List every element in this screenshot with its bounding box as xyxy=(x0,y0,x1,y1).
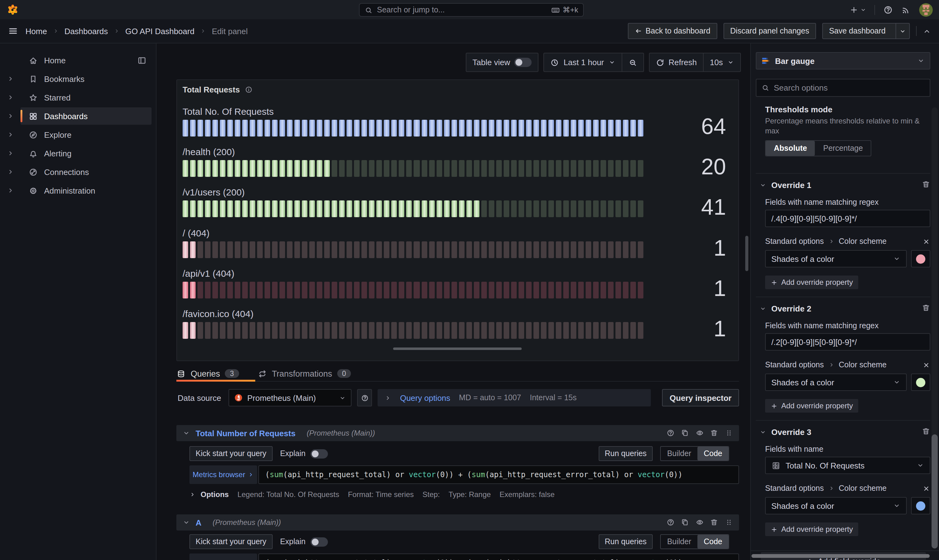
kick-start-query-button[interactable]: Kick start your query xyxy=(190,534,273,549)
expand-bookmarks-icon[interactable] xyxy=(6,75,14,83)
options-horizontal-scrollbar[interactable] xyxy=(751,554,930,558)
toggle-query-icon[interactable] xyxy=(695,518,704,527)
duplicate-query-icon[interactable] xyxy=(681,429,689,437)
search-options-input[interactable]: Search options xyxy=(756,79,930,97)
drag-handle-icon[interactable] xyxy=(725,429,733,437)
delete-query-icon[interactable] xyxy=(710,429,718,437)
sidebar-item-alerting[interactable]: Alerting xyxy=(20,145,151,162)
info-icon[interactable] xyxy=(245,86,253,94)
promql-expression-input[interactable]: (sum(api_http_request_total) or vector(0… xyxy=(258,554,739,560)
panel-horizontal-scrollbar[interactable] xyxy=(393,348,522,350)
add-override-property-button[interactable]: Add override property xyxy=(765,399,859,413)
options-toggle[interactable]: Options xyxy=(190,490,229,498)
query-name[interactable]: Total Number of Requests xyxy=(196,428,296,438)
query-row-header[interactable]: A (Prometheus (Main)) xyxy=(176,514,739,531)
builder-option[interactable]: Builder xyxy=(661,447,697,460)
sidebar-expander[interactable] xyxy=(0,149,20,157)
refresh-interval-picker[interactable]: 10s xyxy=(703,53,740,71)
color-scheme-select[interactable]: Shades of a color xyxy=(765,497,907,515)
drag-handle-icon[interactable] xyxy=(725,518,733,527)
chevron-down-icon[interactable] xyxy=(760,182,766,189)
delete-override-icon[interactable] xyxy=(922,427,930,436)
duplicate-query-icon[interactable] xyxy=(681,518,689,527)
color-scheme-select[interactable]: Shades of a color xyxy=(765,374,907,391)
query-options-link[interactable]: Query options xyxy=(400,393,450,402)
color-scheme-select[interactable]: Shades of a color xyxy=(765,250,907,268)
new-button[interactable] xyxy=(850,5,867,14)
query-name[interactable]: A xyxy=(196,518,202,527)
collapse-header-icon[interactable] xyxy=(923,27,931,35)
datasource-select[interactable]: Prometheus (Main) xyxy=(228,389,352,406)
sidebar-item-administration[interactable]: Administration xyxy=(20,182,151,199)
kick-start-query-button[interactable]: Kick start your query xyxy=(190,446,273,461)
query-help-icon[interactable] xyxy=(666,518,674,527)
add-override-property-button[interactable]: Add override property xyxy=(765,276,859,289)
color-swatch-button[interactable] xyxy=(911,497,930,515)
breadcrumb-home[interactable]: Home xyxy=(25,26,47,36)
chevron-right-icon[interactable] xyxy=(384,394,391,401)
code-option[interactable]: Code xyxy=(697,535,728,549)
sidebar-item-connections[interactable]: Connections xyxy=(20,163,151,180)
zoom-out-button[interactable] xyxy=(621,53,643,71)
query-inspector-button[interactable]: Query inspector xyxy=(662,389,739,406)
color-swatch-button[interactable] xyxy=(911,374,930,391)
color-swatch-button[interactable] xyxy=(911,250,930,268)
breadcrumb-dashboard-name[interactable]: GO API Dashboard xyxy=(125,26,195,36)
time-range-picker[interactable]: Last 1 hour xyxy=(544,53,621,71)
datasource-help-button[interactable] xyxy=(357,389,372,406)
sidebar-expander[interactable] xyxy=(0,168,20,175)
dock-menu-icon[interactable] xyxy=(137,55,146,65)
sidebar-item-bookmarks[interactable]: Bookmarks xyxy=(20,70,151,88)
toggle-query-icon[interactable] xyxy=(695,429,704,437)
main-vertical-scrollbar[interactable] xyxy=(745,236,748,271)
discard-panel-changes-button[interactable]: Discard panel changes xyxy=(723,23,816,39)
override-field-select[interactable]: Total No. Of Requests xyxy=(765,457,930,474)
table-view-toggle[interactable] xyxy=(515,58,532,67)
percentage-option[interactable]: Percentage xyxy=(815,141,871,156)
tab-transformations[interactable]: Transformations 0 xyxy=(257,366,351,381)
expand-explore-icon[interactable] xyxy=(6,131,14,138)
sidebar-expander[interactable] xyxy=(0,187,20,194)
delete-query-icon[interactable] xyxy=(710,518,718,527)
menu-toggle-icon[interactable] xyxy=(8,26,18,36)
delete-override-icon[interactable] xyxy=(922,304,930,312)
sidebar-item-explore[interactable]: Explore xyxy=(20,126,151,143)
explain-toggle[interactable] xyxy=(310,537,328,546)
sidebar-item-home[interactable]: Home xyxy=(20,51,151,69)
expand-alerting-icon[interactable] xyxy=(6,149,14,157)
query-row-header[interactable]: Total Number of Requests (Prometheus (Ma… xyxy=(176,425,739,441)
run-queries-button[interactable]: Run queries xyxy=(599,534,653,549)
options-scrollbar-thumb[interactable] xyxy=(931,434,938,549)
remove-property-icon[interactable] xyxy=(922,238,930,246)
visualization-picker[interactable]: Bar gauge xyxy=(756,52,930,69)
metrics-browser-button[interactable] xyxy=(190,554,257,560)
expand-starred-icon[interactable] xyxy=(6,94,14,101)
expand-dashboards-icon[interactable] xyxy=(6,112,14,120)
add-override-property-button[interactable]: Add override property xyxy=(765,523,859,537)
builder-option[interactable]: Builder xyxy=(661,535,697,549)
override-regex-input[interactable]: /.2[0-9][0-9]|5[0-9][0-9]*/ xyxy=(765,334,930,351)
sidebar-expander[interactable] xyxy=(0,94,20,101)
sidebar-item-starred[interactable]: Starred xyxy=(20,89,151,106)
expand-connections-icon[interactable] xyxy=(6,168,14,175)
explain-toggle[interactable] xyxy=(310,449,328,458)
promql-expression-input[interactable]: (sum(api_http_request_total) or vector(0… xyxy=(258,465,739,484)
expand-administration-icon[interactable] xyxy=(6,187,14,194)
sidebar-expander[interactable] xyxy=(0,75,20,83)
panel-title[interactable]: Total Requests xyxy=(183,85,240,94)
back-to-dashboard-button[interactable]: Back to dashboard xyxy=(628,23,717,39)
breadcrumb-dashboards[interactable]: Dashboards xyxy=(64,26,108,36)
chevron-down-icon[interactable] xyxy=(760,305,766,312)
user-avatar[interactable] xyxy=(919,3,933,17)
save-dashboard-button[interactable]: Save dashboard xyxy=(822,23,910,39)
help-icon[interactable] xyxy=(883,5,893,15)
code-option[interactable]: Code xyxy=(697,447,728,460)
sidebar-expander[interactable] xyxy=(0,112,20,120)
chevron-down-icon[interactable] xyxy=(760,429,766,435)
remove-property-icon[interactable] xyxy=(922,485,930,493)
sidebar-expander[interactable] xyxy=(0,131,20,138)
tab-queries[interactable]: Queries 3 xyxy=(176,366,239,381)
override-regex-input[interactable]: /.4[0-9][0-9]|5[0-9][0-9]*/ xyxy=(765,210,930,228)
sidebar-item-dashboards[interactable]: Dashboards xyxy=(20,107,151,125)
query-help-icon[interactable] xyxy=(666,429,674,437)
